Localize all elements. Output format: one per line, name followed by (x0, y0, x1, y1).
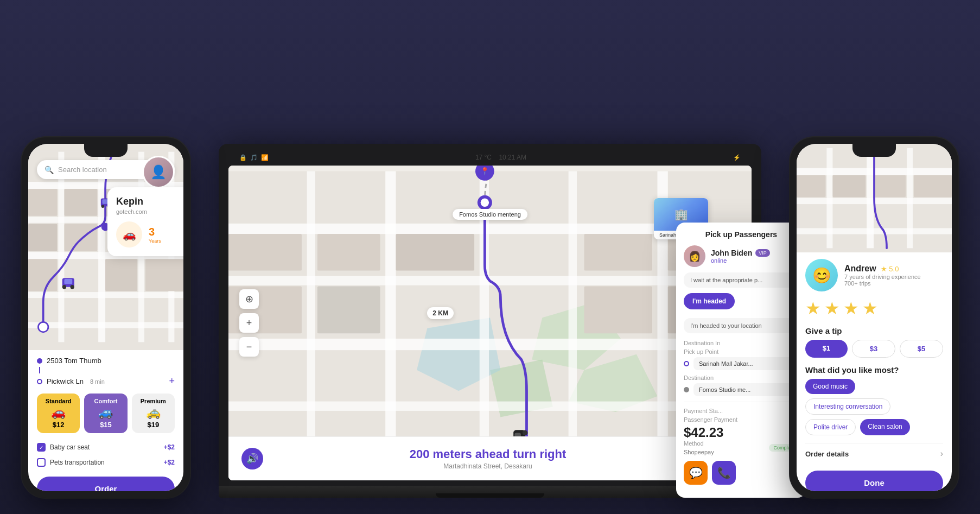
svg-rect-37 (58, 152, 64, 342)
feedback-interesting-conversation[interactable]: Interesting conversation (805, 398, 890, 415)
feedback-clean-salon[interactable]: Clean salon (860, 419, 909, 435)
nav-instruction-sub: Martadhinata Street, Desakaru (272, 462, 704, 470)
phone-right: 😊 Andrew ★ 5.0 7 years of driving experi… (790, 137, 958, 498)
destination-row: Fomos Studio me... (684, 383, 799, 396)
route-to-text: Pickwick Ln (47, 377, 84, 385)
svg-rect-14 (228, 234, 302, 270)
svg-point-30 (523, 430, 528, 436)
done-button[interactable]: Done (805, 471, 943, 491)
route-connector (39, 367, 40, 373)
laptop-status-left: 🔒🎵📶 (239, 154, 269, 161)
rating-stars[interactable]: ★ ★ ★ ★ (805, 298, 943, 319)
svg-rect-48 (105, 259, 137, 291)
svg-rect-16 (396, 234, 474, 270)
driver-name: Andrew (844, 264, 876, 274)
svg-point-50 (38, 322, 48, 332)
svg-rect-35 (28, 292, 183, 298)
standard-label: Standard (40, 398, 77, 404)
feedback-section: What did you like most? Good music Inter… (805, 365, 943, 435)
svg-rect-21 (584, 287, 652, 334)
right-phone-notch (852, 144, 896, 157)
pickup-value: Sarinah Mall Jakar... (693, 357, 799, 370)
driver-experience: 7 years of driving experience (844, 274, 921, 280)
svg-rect-38 (98, 152, 105, 342)
ride-option-comfort[interactable]: Comfort 🚙 $15 (84, 394, 127, 433)
baby-car-seat-checkbox[interactable]: ✓ (37, 443, 46, 452)
right-phone-map (797, 144, 952, 252)
scene: 🔒🎵📶 17 °C 10:21 AM ⚡ (0, 0, 980, 514)
svg-rect-66 (907, 148, 913, 249)
zoom-out-btn[interactable]: − (239, 337, 259, 357)
extra-baby-car-seat[interactable]: ✓ Baby car seat +$2 (37, 440, 175, 455)
pets-label: Pets transportation (50, 459, 160, 466)
star-2[interactable]: ★ (824, 298, 840, 319)
years-number: 3 (149, 226, 161, 238)
svg-text:📍: 📍 (480, 167, 489, 176)
route-to: Pickwick Ln 8 min + (37, 376, 175, 387)
premium-icon: 🚕 (135, 405, 171, 420)
map-distance-label: 2 KM (427, 307, 454, 319)
method-label: Method (684, 440, 714, 447)
search-icon: 🔍 (44, 166, 54, 174)
star-3[interactable]: ★ (843, 298, 859, 319)
tip-5-button[interactable]: $5 (900, 340, 943, 358)
message-button[interactable]: 💬 (684, 461, 708, 485)
route-add-btn[interactable]: + (169, 376, 175, 387)
star-1[interactable]: ★ (805, 298, 821, 319)
map-location-label: Fomos Studio menteng (453, 209, 527, 220)
feedback-polite-driver[interactable]: Polite driver (805, 419, 856, 435)
passenger-badge: VIP (755, 249, 770, 257)
standard-price: $12 (40, 421, 77, 429)
im-headed-button[interactable]: I'm headed (684, 293, 735, 309)
tip-1-button[interactable]: $1 (805, 340, 848, 358)
star-4[interactable]: ★ (862, 298, 878, 319)
zoom-in-btn[interactable]: + (239, 313, 259, 333)
ride-option-premium[interactable]: Premium 🚕 $19 (132, 394, 175, 433)
pets-checkbox[interactable] (37, 458, 46, 467)
order-button[interactable]: Order (37, 477, 175, 491)
sound-icon[interactable]: 🔊 (241, 448, 263, 469)
pickup-row: Sarinah Mall Jakar... (684, 357, 799, 370)
nav-bottom-bar: 🔊 200 meters ahead turn right Martadhina… (228, 436, 752, 480)
driver-avatar: 😊 (805, 259, 838, 291)
svg-rect-18 (317, 287, 380, 334)
svg-rect-42 (64, 189, 97, 216)
order-details-row[interactable]: Order details › (805, 443, 943, 464)
svg-rect-49 (145, 259, 183, 291)
driver-rating: ★ 5.0 (881, 265, 899, 273)
svg-rect-69 (874, 175, 906, 198)
chat-bubble: I wait at the appropriate p... (684, 272, 799, 288)
svg-rect-10 (385, 171, 396, 474)
comfort-label: Comfort (87, 398, 124, 404)
profile-card-years: 🚗 3 Years (116, 221, 183, 248)
laptop-screen: 📍 Fomos Studio menteng (228, 166, 752, 480)
svg-rect-19 (584, 234, 652, 270)
payment-name: Shopeepay (684, 449, 714, 455)
destination-dot (684, 387, 689, 392)
passenger-avatar: 👩 (684, 245, 705, 267)
tip-section: Give a tip $1 $3 $5 (805, 326, 943, 358)
tip-3-button[interactable]: $3 (852, 340, 895, 358)
payment-amount: $42.23 (684, 425, 799, 440)
premium-price: $19 (135, 421, 171, 429)
svg-rect-9 (307, 171, 315, 474)
feedback-good-music[interactable]: Good music (805, 379, 855, 394)
action-buttons: 💬 📞 (684, 461, 799, 485)
extra-pets[interactable]: Pets transportation +$2 (37, 455, 175, 470)
steering-wheel-icon: 🚗 (116, 221, 142, 248)
route-points: 2503 Tom Thumb Pickwick Ln 8 min + (37, 357, 175, 387)
location-btn[interactable]: ⊕ (239, 289, 259, 309)
svg-rect-47 (28, 259, 58, 291)
payment-method: Method Shopeepay Complete (684, 440, 799, 455)
svg-rect-63 (797, 228, 952, 234)
call-button[interactable]: 📞 (712, 461, 736, 485)
route-eta: 8 min (90, 378, 105, 385)
order-details-label: Order details (805, 450, 849, 458)
right-phone-bottom: 😊 Andrew ★ 5.0 7 years of driving experi… (797, 252, 952, 491)
svg-rect-67 (797, 175, 826, 198)
svg-rect-64 (826, 148, 832, 249)
route-from: 2503 Tom Thumb (37, 357, 175, 365)
ride-option-standard[interactable]: Standard 🚗 $12 (37, 394, 80, 433)
svg-rect-12 (569, 171, 577, 474)
left-phone-avatar: 👤 (142, 156, 175, 188)
